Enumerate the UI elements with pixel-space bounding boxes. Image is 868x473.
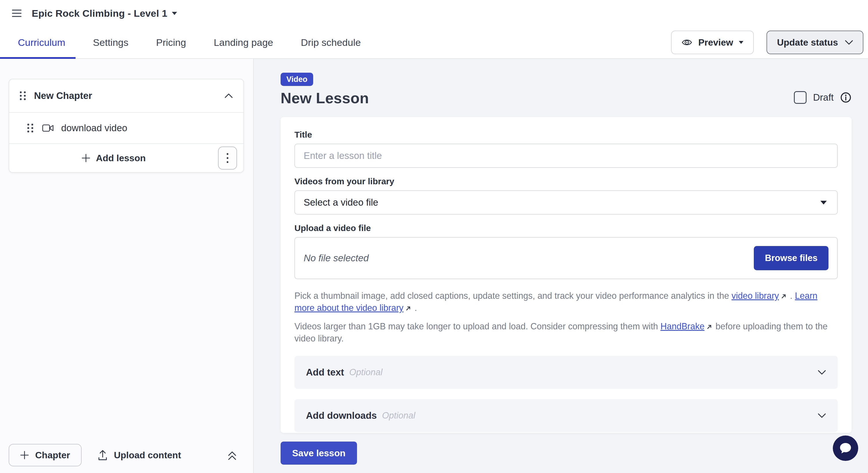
course-title: Epic Rock Climbing - Level 1 [32, 8, 167, 19]
kebab-menu-icon [226, 153, 229, 163]
chapter-footer: Add lesson [9, 144, 243, 172]
update-status-button[interactable]: Update status [767, 31, 863, 54]
info-icon[interactable] [840, 92, 851, 103]
tab-landing-page[interactable]: Landing page [214, 37, 273, 48]
chapter-title: New Chapter [34, 90, 224, 101]
video-camera-icon [42, 124, 54, 132]
optional-sections: Add text Optional Add downloads Optional [294, 356, 838, 432]
lesson-type-badge: Video [281, 73, 313, 86]
video-library-link[interactable]: video library [732, 291, 779, 301]
upload-content-label: Upload content [114, 450, 181, 461]
chat-widget-button[interactable] [833, 436, 858, 461]
draft-checkbox[interactable] [794, 91, 807, 104]
add-downloads-accordion[interactable]: Add downloads Optional [294, 399, 838, 432]
help-paragraph-1: Pick a thumbnail image, add closed capti… [294, 290, 838, 314]
optional-tag: Optional [382, 410, 817, 421]
caret-down-icon [739, 41, 743, 44]
lesson-title: download video [61, 123, 127, 133]
add-downloads-label: Add downloads [306, 410, 377, 421]
hamburger-icon [12, 9, 22, 17]
sidebar-footer: Chapter Upload content [0, 441, 253, 473]
chevron-down-icon [845, 40, 853, 45]
add-chapter-label: Chapter [35, 450, 70, 461]
add-lesson-label: Add lesson [96, 153, 146, 163]
plus-icon [82, 154, 90, 162]
lesson-editor: Video New Lesson Draft Title Videos from… [254, 59, 868, 473]
hamburger-menu-button[interactable] [9, 5, 25, 21]
help-paragraph-2: Videos larger than 1GB may take longer t… [294, 320, 838, 344]
plus-icon [20, 451, 29, 460]
external-link-icon [707, 324, 712, 329]
top-bar: Epic Rock Climbing - Level 1 [0, 0, 868, 27]
course-tab-bar: Curriculum Settings Pricing Landing page… [0, 27, 868, 59]
lesson-drag-handle-icon[interactable] [27, 123, 34, 133]
lesson-form-card: Title Videos from your library Select a … [281, 117, 851, 433]
chevron-down-icon [817, 370, 826, 375]
lesson-header: Video New Lesson Draft [281, 73, 851, 107]
draft-toggle-group: Draft [794, 91, 851, 104]
chapter-drag-handle-icon[interactable] [19, 91, 27, 101]
preview-button-label: Preview [698, 37, 733, 48]
save-lesson-button[interactable]: Save lesson [281, 442, 357, 465]
no-file-text: No file selected [304, 253, 369, 263]
course-switcher[interactable]: Epic Rock Climbing - Level 1 [32, 8, 177, 19]
preview-button[interactable]: Preview [671, 31, 754, 54]
add-text-accordion[interactable]: Add text Optional [294, 356, 838, 389]
chevron-up-icon [224, 93, 233, 98]
tab-pricing[interactable]: Pricing [156, 37, 186, 48]
browse-files-button[interactable]: Browse files [754, 246, 829, 270]
tab-drip-schedule[interactable]: Drip schedule [301, 37, 361, 48]
external-link-icon [406, 306, 411, 311]
external-link-icon [781, 294, 786, 299]
upload-icon [98, 450, 107, 461]
add-text-label: Add text [306, 367, 344, 378]
draft-label: Draft [813, 92, 834, 103]
title-field-label: Title [294, 130, 838, 139]
tab-settings[interactable]: Settings [93, 37, 128, 48]
video-library-select-value: Select a video file [304, 197, 378, 208]
add-chapter-button[interactable]: Chapter [9, 444, 82, 466]
eye-icon [681, 38, 692, 47]
chapter-card: New Chapter download video [9, 79, 244, 173]
update-status-button-label: Update status [777, 37, 838, 48]
add-lesson-button[interactable]: Add lesson [9, 153, 218, 163]
upload-content-button[interactable]: Upload content [98, 450, 227, 461]
collapse-all-button[interactable] [227, 450, 237, 461]
lesson-title-input[interactable] [294, 144, 838, 168]
tab-curriculum[interactable]: Curriculum [18, 37, 65, 48]
upload-help-text: Pick a thumbnail image, add closed capti… [294, 290, 838, 344]
upload-video-label: Upload a video file [294, 223, 838, 233]
chapter-collapse-button[interactable] [224, 93, 233, 98]
handbrake-link[interactable]: HandBrake [660, 321, 705, 331]
chapter-menu-button[interactable] [218, 147, 237, 169]
caret-down-icon [172, 12, 177, 15]
file-dropzone: No file selected Browse files [294, 237, 838, 279]
chevron-down-icon [817, 413, 826, 418]
chat-icon [839, 442, 852, 454]
double-chevron-up-icon [227, 450, 237, 461]
curriculum-sidebar: New Chapter download video [0, 59, 254, 473]
page-title: New Lesson [281, 89, 369, 107]
optional-tag: Optional [349, 367, 817, 378]
caret-down-icon [820, 201, 827, 204]
video-library-select[interactable]: Select a video file [294, 190, 838, 215]
video-library-label: Videos from your library [294, 177, 838, 186]
lesson-row[interactable]: download video [9, 113, 243, 143]
chapter-header: New Chapter [9, 79, 243, 112]
